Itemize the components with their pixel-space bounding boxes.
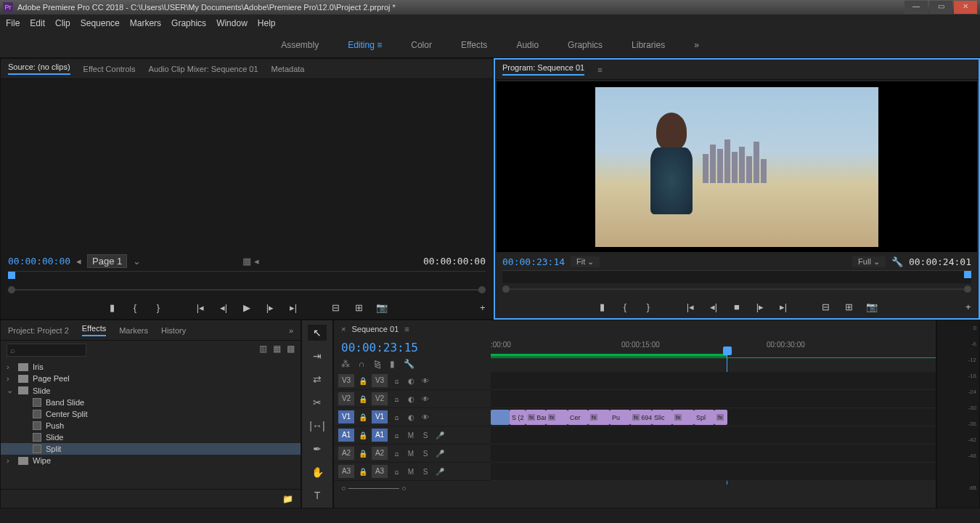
tabs-overflow[interactable]: » (289, 326, 293, 335)
track-header[interactable]: A1🔒A1⩍MS🎤 (334, 426, 491, 445)
source-tab[interactable]: Audio Clip Mixer: Sequence 01 (149, 65, 258, 73)
snap-icon[interactable]: ⁂ (341, 359, 350, 369)
track-header[interactable]: V2🔒V2⩍◐👁 (334, 390, 491, 408)
slip-tool[interactable]: |↔| (308, 418, 327, 434)
extract-button[interactable]: ⊞ (842, 301, 855, 312)
panel-menu-icon[interactable]: ≡ (597, 65, 602, 74)
clip[interactable]: Slic (652, 410, 672, 425)
add-control-button[interactable]: + (965, 301, 979, 312)
clip[interactable] (491, 410, 510, 425)
preset-icon[interactable]: ▥ (259, 344, 267, 354)
settings-icon[interactable]: 🔧 (891, 256, 903, 267)
preset-icon[interactable]: ▩ (287, 344, 295, 354)
timeline-tc[interactable]: 00:00:23:15 (341, 341, 483, 354)
page-dropdown[interactable]: ⌄ (133, 256, 141, 267)
page-prev[interactable]: ◂ (76, 256, 81, 267)
clip[interactable]: fx (672, 410, 694, 425)
page-select[interactable]: Page 1 (87, 254, 127, 268)
project-tab[interactable]: Project: Project 2 (8, 326, 69, 335)
goto-in-button[interactable]: |◂ (194, 302, 207, 313)
source-monitor[interactable] (1, 79, 493, 251)
program-monitor[interactable] (497, 81, 977, 252)
marker-button[interactable]: ▮ (595, 301, 608, 312)
effect-item[interactable]: Push (1, 420, 301, 431)
timeline-zoom[interactable]: ○ ───────── ○ (341, 484, 407, 492)
pen-tool[interactable]: ✒ (308, 441, 327, 457)
goto-out-button[interactable]: ▸| (777, 301, 790, 312)
razor-tool[interactable]: ✂ (308, 394, 327, 410)
program-tc-duration[interactable]: 00:00:24:01 (909, 256, 971, 267)
clip[interactable]: Pu (610, 410, 630, 425)
close-seq-button[interactable]: × (341, 325, 346, 333)
hand-tool[interactable]: ✋ (308, 464, 327, 480)
effects-folder[interactable]: ›Iris (1, 361, 301, 373)
source-tab[interactable]: Effect Controls (83, 65, 136, 73)
zoom-fit-select[interactable]: Fit ⌄ (571, 256, 600, 267)
workspace-editing[interactable]: Editing (348, 40, 382, 50)
maximize-button[interactable]: ▭ (929, 1, 952, 14)
track-lane[interactable]: S (2fxBarfxCerfxPufx69478SlicfxSplfx (491, 408, 936, 426)
export-frame-button[interactable]: 📷 (375, 302, 388, 313)
menu-window[interactable]: Window (216, 18, 248, 28)
menu-file[interactable]: File (6, 18, 20, 28)
menu-help[interactable]: Help (258, 18, 276, 28)
effects-folder[interactable]: ›Page Peel (1, 373, 301, 384)
clip[interactable]: fxBar (526, 410, 546, 425)
track-header[interactable]: A3🔒A3⩍MS🎤 (334, 463, 491, 481)
timeline-ruler[interactable]: :00:0000:00:15:0000:00:30:00 (491, 338, 936, 358)
workspace-audio[interactable]: Audio (516, 40, 539, 50)
ripple-tool[interactable]: ⇄ (308, 371, 327, 387)
source-scroll[interactable] (8, 285, 486, 294)
workspace-color[interactable]: Color (411, 40, 432, 50)
workspace-effects[interactable]: Effects (461, 40, 487, 50)
close-button[interactable]: ✕ (954, 1, 977, 14)
menu-markers[interactable]: Markers (130, 18, 161, 28)
menu-edit[interactable]: Edit (30, 18, 45, 28)
project-tab[interactable]: History (161, 326, 186, 335)
step-back-button[interactable]: ◂| (217, 302, 230, 313)
clip[interactable]: fx (588, 410, 610, 425)
step-fwd-button[interactable]: |▸ (754, 301, 767, 312)
clip[interactable]: fx69478 (630, 410, 652, 425)
workspace-assembly[interactable]: Assembly (281, 40, 319, 50)
out-button[interactable]: } (642, 301, 655, 312)
source-tc-out[interactable]: 00:00:00:00 (423, 256, 486, 267)
project-tab[interactable]: Effects (82, 324, 106, 336)
menu-graphics[interactable]: Graphics (171, 18, 206, 28)
insert-button[interactable]: ⊟ (329, 302, 342, 313)
new-bin-icon[interactable]: 📁 (282, 494, 293, 504)
effect-item[interactable]: Split (1, 443, 301, 455)
minimize-button[interactable]: — (905, 1, 928, 14)
link-icon[interactable]: ∩ (359, 359, 365, 369)
clip[interactable]: S (2 (510, 410, 526, 425)
track-body[interactable]: S (2fxBarfxCerfxPufx69478SlicfxSplfx (491, 372, 936, 481)
type-tool[interactable]: T (308, 487, 327, 503)
in-button[interactable]: { (618, 301, 632, 312)
step-fwd-button[interactable]: |▸ (264, 302, 277, 313)
track-header[interactable]: V1🔒V1⩍◐👁 (334, 408, 491, 426)
src-settings-icon[interactable]: ▦ ◂ (242, 256, 259, 267)
clip[interactable]: Spl (694, 410, 714, 425)
overwrite-button[interactable]: ⊞ (352, 302, 365, 313)
source-ruler[interactable] (8, 271, 486, 284)
stop-button[interactable]: ■ (730, 301, 743, 312)
effect-item[interactable]: Slide (1, 431, 301, 443)
export-frame-button[interactable]: 📷 (865, 301, 878, 312)
clip[interactable]: fx (546, 410, 568, 425)
menu-clip[interactable]: Clip (55, 18, 70, 28)
track-lane[interactable] (491, 445, 936, 463)
out-button[interactable]: } (152, 302, 165, 313)
goto-in-button[interactable]: |◂ (684, 301, 697, 312)
effect-item[interactable]: Band Slide (1, 397, 301, 408)
source-tc-in[interactable]: 00:00:00:00 (8, 256, 70, 267)
goto-out-button[interactable]: ▸| (287, 302, 300, 313)
program-tc-current[interactable]: 00:00:23:14 (502, 256, 565, 267)
marker-icon[interactable]: ⧎ (374, 359, 381, 369)
track-header[interactable]: A2🔒A2⩍MS🎤 (334, 445, 491, 463)
lift-button[interactable]: ⊟ (819, 301, 832, 312)
clip[interactable]: Cer (568, 410, 588, 425)
effect-item[interactable]: Center Split (1, 408, 301, 420)
source-tab[interactable]: Metadata (271, 65, 305, 73)
add-control-button[interactable]: + (480, 302, 493, 313)
marker-button[interactable]: ▮ (105, 302, 118, 313)
